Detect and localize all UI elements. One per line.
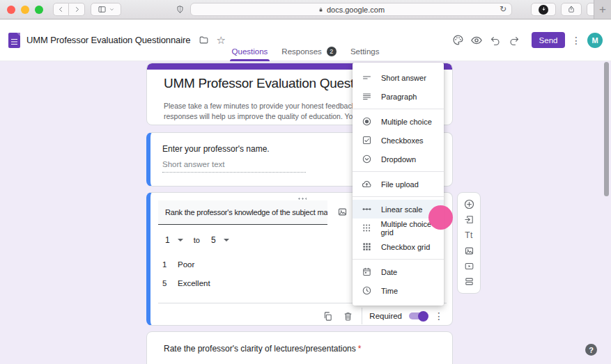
checkbox-grid-icon bbox=[362, 242, 372, 252]
required-toggle[interactable] bbox=[409, 312, 427, 319]
add-image-to-question-button[interactable] bbox=[336, 205, 348, 218]
question-more-options-button[interactable]: ⋮ bbox=[434, 310, 444, 322]
section-icon bbox=[464, 276, 474, 287]
multiple-choice-icon bbox=[362, 116, 372, 127]
minimize-window-button[interactable] bbox=[21, 6, 29, 14]
question-3-title[interactable]: Rate the professor's clarity of lectures… bbox=[164, 344, 361, 354]
browser-back-button[interactable] bbox=[53, 3, 69, 16]
scale-high-select[interactable]: 5 bbox=[211, 235, 216, 245]
question-2-footer: Required ⋮ bbox=[319, 306, 444, 326]
menu-item-checkboxes[interactable]: Checkboxes bbox=[353, 131, 444, 150]
menu-divider bbox=[353, 171, 444, 172]
menu-item-date[interactable]: Date bbox=[353, 262, 444, 281]
reload-icon[interactable]: ↻ bbox=[500, 4, 506, 14]
time-icon bbox=[362, 285, 372, 296]
sidebar-icon bbox=[98, 5, 107, 14]
scale-low-label-input[interactable]: Poor bbox=[178, 260, 194, 269]
video-icon bbox=[464, 261, 474, 271]
chevron-down-icon bbox=[109, 6, 115, 13]
dropdown-icon bbox=[362, 154, 372, 164]
question-type-menu: Short answer Paragraph Multiple choice C… bbox=[353, 63, 444, 306]
scale-low-select[interactable]: 1 bbox=[165, 235, 170, 245]
paragraph-icon bbox=[362, 91, 372, 102]
address-bar[interactable]: docs.google.com ↻ bbox=[190, 3, 512, 16]
chevron-left-icon bbox=[57, 6, 65, 13]
form-editor-canvas: UMM Professor Evaluation Questionnaire P… bbox=[0, 61, 611, 364]
footer-separator bbox=[362, 308, 362, 324]
short-answer-placeholder: Short answer text bbox=[162, 160, 306, 173]
menu-item-paragraph[interactable]: Paragraph bbox=[353, 87, 444, 106]
question-card-3[interactable]: Rate the professor's clarity of lectures… bbox=[146, 331, 453, 364]
linear-scale-range-controls: 1 to 5 bbox=[165, 235, 229, 245]
sidebar-toggle-button[interactable] bbox=[91, 3, 121, 16]
menu-divider bbox=[353, 109, 444, 109]
plus-icon: + bbox=[599, 3, 606, 17]
add-question-button[interactable] bbox=[462, 197, 476, 211]
required-asterisk: * bbox=[358, 344, 362, 354]
cursor-indicator bbox=[428, 205, 453, 230]
downloads-button[interactable] bbox=[531, 3, 556, 16]
add-video-button[interactable] bbox=[462, 259, 476, 273]
scrollbar-thumb[interactable] bbox=[604, 62, 609, 196]
tab-settings[interactable]: Settings bbox=[350, 42, 380, 61]
help-button[interactable]: ? bbox=[585, 344, 597, 356]
responses-count-badge: 2 bbox=[327, 47, 337, 56]
menu-item-multiple-choice[interactable]: Multiple choice bbox=[353, 112, 444, 131]
tab-questions[interactable]: Questions bbox=[232, 42, 268, 61]
question-2-title-input[interactable]: Rank the professor's knowledge of the su… bbox=[158, 200, 327, 225]
scale-high-label-row: 5 Excellent bbox=[162, 279, 210, 287]
required-label: Required bbox=[369, 312, 402, 320]
add-title-description-button[interactable]: Tt bbox=[462, 228, 476, 242]
menu-divider bbox=[353, 259, 444, 260]
add-section-button[interactable] bbox=[462, 275, 476, 289]
file-upload-icon bbox=[362, 179, 372, 189]
linear-scale-icon bbox=[362, 204, 372, 214]
delete-question-button[interactable] bbox=[339, 308, 356, 324]
menu-item-dropdown[interactable]: Dropdown bbox=[353, 150, 444, 168]
zoom-window-button[interactable] bbox=[35, 6, 43, 14]
trash-icon bbox=[343, 311, 353, 322]
chevron-right-icon bbox=[73, 6, 81, 13]
toggle-thumb bbox=[418, 311, 428, 322]
scale-low-label-row: 1 Poor bbox=[162, 260, 194, 269]
menu-item-checkbox-grid[interactable]: Checkbox grid bbox=[353, 237, 444, 256]
add-circle-icon bbox=[463, 198, 475, 210]
scale-high-label-input[interactable]: Excellent bbox=[178, 279, 210, 287]
dropdown-arrow-icon[interactable] bbox=[178, 239, 183, 242]
menu-divider bbox=[353, 196, 444, 197]
scale-low-number: 1 bbox=[162, 260, 178, 269]
short-answer-icon bbox=[362, 72, 372, 83]
download-icon bbox=[539, 5, 548, 15]
image-icon bbox=[464, 246, 474, 256]
dropdown-arrow-icon[interactable] bbox=[224, 239, 229, 242]
date-icon bbox=[362, 267, 372, 277]
scale-high-number: 5 bbox=[162, 279, 178, 287]
share-button[interactable] bbox=[561, 3, 582, 16]
import-questions-button[interactable] bbox=[462, 212, 476, 226]
browser-chrome: docs.google.com ↻ + bbox=[0, 0, 611, 19]
new-tab-button[interactable]: + bbox=[594, 0, 611, 19]
image-icon bbox=[337, 207, 348, 217]
multiple-choice-grid-icon bbox=[362, 223, 371, 233]
duplicate-question-button[interactable] bbox=[319, 308, 336, 324]
scale-to-label: to bbox=[194, 236, 200, 244]
menu-item-file-upload[interactable]: File upload bbox=[353, 175, 444, 193]
form-tab-bar: Questions Responses 2 Settings bbox=[0, 42, 611, 61]
insert-toolbar: Tt bbox=[457, 192, 481, 294]
question-1-title[interactable]: Enter your professor's name. bbox=[162, 144, 270, 154]
import-icon bbox=[464, 214, 474, 225]
address-url: docs.google.com bbox=[327, 6, 385, 14]
privacy-shield-icon[interactable] bbox=[176, 4, 185, 15]
copy-icon bbox=[323, 311, 333, 322]
tab-responses[interactable]: Responses 2 bbox=[281, 42, 337, 61]
menu-item-short-answer[interactable]: Short answer bbox=[353, 68, 444, 87]
add-image-button[interactable] bbox=[462, 244, 476, 258]
menu-item-time[interactable]: Time bbox=[353, 281, 444, 300]
browser-forward-button[interactable] bbox=[69, 3, 85, 16]
close-window-button[interactable] bbox=[7, 6, 15, 14]
checkboxes-icon bbox=[362, 135, 372, 145]
share-icon bbox=[567, 5, 575, 14]
lock-icon bbox=[318, 6, 324, 13]
